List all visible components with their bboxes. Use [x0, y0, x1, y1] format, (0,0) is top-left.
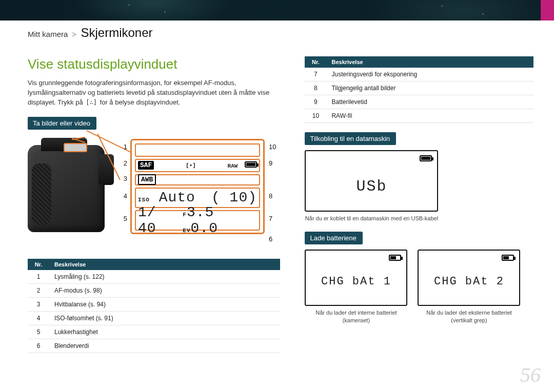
callout-9: 9: [269, 159, 272, 167]
battery-icon: [502, 255, 514, 261]
status-display-diagram: SAF [•] RAW AWB ISO Auto ( 10) 1/ 40: [28, 139, 280, 252]
callout-7: 7: [269, 215, 272, 222]
lcd-charge-1: CHG bAt 1: [305, 250, 407, 306]
cell-desc: Blenderverdi: [49, 339, 280, 353]
lcd-ev-value: 0.0: [191, 220, 218, 236]
cell-desc: Justeringsverdi for eksponering: [326, 68, 533, 81]
callout-1: 1: [120, 143, 127, 151]
lcd-f-label: F: [183, 212, 187, 218]
section-tab: [541, 0, 554, 20]
lcd-shots-remaining: ( 10): [211, 190, 257, 205]
cell-nr: 1: [28, 270, 49, 284]
cell-desc: Lysmåling (s. 122): [49, 270, 280, 284]
cell-desc: Lukkerhastighet: [49, 325, 280, 339]
table-row: 4ISO-følsomhet (s. 91): [28, 311, 280, 325]
lcd-charge-2: CHG bAt 2: [418, 250, 520, 306]
cell-desc: Tilgjengelig antall bilder: [326, 81, 533, 95]
page-header-band: [0, 0, 554, 20]
description-table-1: Nr. Beskrivelse 1Lysmåling (s. 122)2AF-m…: [28, 259, 280, 353]
callout-5: 5: [120, 215, 127, 222]
intro-text: Vis grunnleggende fotograferingsinformas…: [28, 78, 274, 108]
th-desc: Beskrivelse: [326, 56, 533, 68]
intro-b: for å belyse displayvinduet.: [98, 98, 180, 106]
light-button-glyph: [∴]: [85, 99, 98, 106]
caption-usb: Når du er koblet til en datamaskin med e…: [305, 215, 438, 222]
cell-nr: 7: [305, 68, 326, 81]
page-title: Vise statusdisplayvinduet: [28, 56, 280, 72]
lcd-iso-value: Auto: [159, 190, 195, 205]
lcd-raw: RAW: [228, 163, 238, 169]
cell-nr: 6: [28, 339, 49, 353]
description-table-2: Nr. Beskrivelse 7Justeringsverdi for eks…: [305, 56, 533, 123]
cell-nr: 9: [305, 95, 326, 109]
caption-chg2: Når du lader det eksterne batteriet (ver…: [418, 309, 520, 324]
callout-8: 8: [269, 192, 272, 200]
lcd-chg1-text: CHG bAt 1: [306, 275, 406, 288]
lcd-usb: USb: [305, 150, 438, 212]
lcd-shutter: 1/ 40: [138, 204, 183, 236]
status-lcd: SAF [•] RAW AWB ISO Auto ( 10) 1/ 40: [130, 139, 265, 234]
cell-nr: 5: [28, 325, 49, 339]
lcd-iso-label: ISO: [138, 197, 150, 203]
cell-nr: 2: [28, 283, 49, 297]
lcd-chg2-text: CHG bAt 2: [419, 275, 519, 288]
breadcrumb-sep: >: [72, 30, 77, 38]
cell-nr: 10: [305, 109, 326, 123]
table-row: 8Tilgjengelig antall bilder: [305, 81, 533, 95]
cell-desc: AF-modus (s. 98): [49, 283, 280, 297]
lcd-metering-icon: [•]: [186, 162, 196, 169]
th-nr: Nr.: [28, 259, 49, 270]
lcd-usb-text: USb: [306, 178, 437, 195]
table-row: 6Blenderverdi: [28, 339, 280, 353]
cell-desc: Batterilevetid: [326, 95, 533, 109]
table-row: 1Lysmåling (s. 122): [28, 270, 280, 284]
table-row: 9Batterilevetid: [305, 95, 533, 109]
cell-desc: RAW-fil: [326, 109, 533, 123]
callout-10: 10: [269, 143, 276, 151]
callout-6: 6: [269, 235, 272, 243]
table-row: 2AF-modus (s. 98): [28, 283, 280, 297]
lcd-aperture: 3.5: [187, 204, 214, 220]
lcd-wb: AWB: [138, 174, 156, 185]
subheader-capture: Ta bilder eller video: [28, 117, 96, 130]
breadcrumb-page: Skjermikoner: [81, 26, 152, 39]
breadcrumb-section: Mitt kamera: [28, 30, 68, 38]
table-row: 3Hvitbalanse (s. 94): [28, 297, 280, 311]
cell-desc: ISO-følsomhet (s. 91): [49, 311, 280, 325]
battery-icon: [245, 161, 257, 168]
page-number: 56: [520, 363, 541, 387]
battery-icon: [420, 155, 432, 161]
subheader-usb: Tilkobling til en datamaskin: [305, 132, 396, 145]
battery-icon: [389, 255, 401, 261]
cell-nr: 3: [28, 297, 49, 311]
table-row: 5Lukkerhastighet: [28, 325, 280, 339]
cell-nr: 4: [28, 311, 49, 325]
callout-4: 4: [120, 192, 127, 200]
th-nr: Nr.: [305, 56, 326, 68]
table-row: 10RAW-fil: [305, 109, 533, 123]
callout-3: 3: [120, 175, 127, 182]
cell-desc: Hvitbalanse (s. 94): [49, 297, 280, 311]
breadcrumb: Mitt kamera > Skjermikoner: [28, 26, 153, 40]
lcd-ev-label: EV: [183, 228, 190, 234]
th-desc: Beskrivelse: [49, 259, 280, 270]
callout-2: 2: [120, 159, 127, 167]
caption-chg1: Når du lader det interne batteriet (kame…: [305, 309, 407, 324]
subheader-charge: Lade batteriene: [305, 232, 362, 244]
cell-nr: 8: [305, 81, 326, 95]
lcd-af-mode: SAF: [138, 161, 154, 170]
table-row: 7Justeringsverdi for eksponering: [305, 68, 533, 81]
